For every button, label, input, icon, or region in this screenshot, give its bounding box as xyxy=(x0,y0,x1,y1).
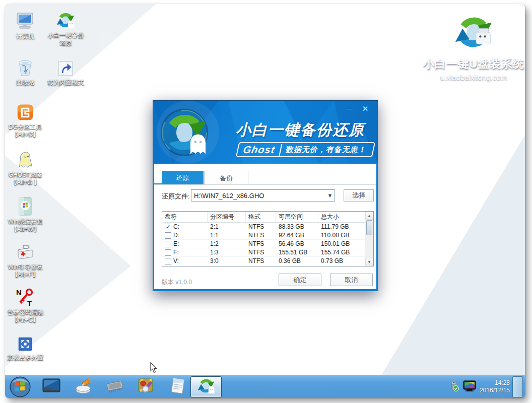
show-desktop-button[interactable] xyxy=(512,376,523,397)
cycle-arrows-icon xyxy=(45,9,86,30)
desktop-icon-label: GHOST克隆【Alt+G 】 xyxy=(5,171,45,186)
tab-restore[interactable]: 还原 xyxy=(162,171,204,184)
usb-device-icon[interactable] xyxy=(448,380,459,394)
clock-time: 14:28 xyxy=(480,379,510,387)
taskbar-backup-app-active[interactable] xyxy=(190,376,222,397)
scroll-up-icon[interactable]: ▲ xyxy=(365,212,373,220)
table-scrollbar[interactable]: ▲ ▼ xyxy=(365,212,373,266)
ghost-icon xyxy=(5,149,45,170)
desktop-icon-label: 加载更多外置 xyxy=(5,354,45,362)
taskbar-disk-cleanup[interactable] xyxy=(75,378,93,396)
dialog-body: 还原 备份 还原文件: H:\WIN7_612_x86.GHO ▼ 选择 盘符 … xyxy=(154,164,376,289)
free-space: 155.51 GB xyxy=(276,249,318,256)
nt-key-icon: NT xyxy=(5,286,45,307)
partition-table-header: 盘符 分区编号 格式 可用空间 总大小 xyxy=(162,212,373,223)
drive-checkbox[interactable] xyxy=(165,241,171,247)
table-row[interactable]: E:1:2NTFS56.46 GB150.01 GB xyxy=(162,240,373,248)
display-color-icon[interactable] xyxy=(463,380,476,394)
partition-number: 1:3 xyxy=(208,249,246,256)
table-row[interactable]: F:1:3NTFS155.51 GB155.74 GB xyxy=(162,248,373,257)
format: NTFS xyxy=(246,249,276,256)
column-header-total: 总大小 xyxy=(318,212,361,222)
table-row[interactable]: ✓C:2:1NTFS88.33 GB111.79 GB xyxy=(162,223,373,231)
desktop-icon-label: Win引导修复【Alt+F】 xyxy=(5,263,45,279)
expand-arrows-icon xyxy=(5,331,45,353)
tab-backup[interactable]: 备份 xyxy=(204,171,248,184)
taskbar-display-settings[interactable] xyxy=(42,378,60,396)
ghost-slogan: 数据无价，有备无患！ xyxy=(285,145,368,155)
format: NTFS xyxy=(246,257,276,264)
free-space: 88.33 GB xyxy=(276,223,318,230)
drive-checkbox[interactable]: ✓ xyxy=(165,224,171,230)
memory-chip-icon xyxy=(105,378,124,395)
desktop-icon-label: 转为内置模式 xyxy=(45,79,86,87)
notepad-icon xyxy=(169,377,186,397)
scrollbar-thumb[interactable] xyxy=(366,220,372,235)
drive-checkbox[interactable] xyxy=(165,258,171,264)
desktop-icon-win-boot-repair[interactable]: Win引导修复【Alt+F】 xyxy=(5,241,45,279)
disk-cleanup-icon xyxy=(75,377,93,397)
install-box-icon xyxy=(5,195,45,217)
desktop-icon-label: 登录密码清除【Alt+C】 xyxy=(5,309,45,324)
drive-checkbox[interactable] xyxy=(165,232,171,239)
table-row[interactable]: V:3:0NTFS0.36 GB0.73 GB xyxy=(162,257,373,265)
partition-number: 1:1 xyxy=(208,232,246,239)
backup-app-icon xyxy=(196,376,216,397)
ghost-logo-text: Ghost xyxy=(242,144,283,156)
desktop-icon-label: 回收站 xyxy=(5,79,45,87)
free-space: 92.64 GB xyxy=(276,232,318,239)
table-row[interactable]: D:1:1NTFS92.64 GB110.00 GB xyxy=(162,231,373,240)
taskbar-system-tools[interactable] xyxy=(137,378,155,396)
column-header-free: 可用空间 xyxy=(276,212,318,222)
ghost-brand-badge: Ghost 数据无价，有备无患！ xyxy=(236,142,375,157)
drive-letter: F: xyxy=(173,249,179,256)
desktop-icon-label: Win系统安装【Alt+W】 xyxy=(5,218,45,233)
desktop-icon-load-more[interactable]: 加载更多外置 xyxy=(5,331,45,362)
recycle-bin-icon xyxy=(5,56,45,78)
desktop-icon-win-install[interactable]: Win系统安装【Alt+W】 xyxy=(5,195,45,233)
shortcut-arrow-icon xyxy=(45,56,86,78)
desktop-icon-recycle-bin[interactable]: 回收站 xyxy=(5,56,45,87)
free-space: 0.36 GB xyxy=(276,257,318,264)
drive-letter: D: xyxy=(173,232,179,239)
desktop-icon-dg-partition[interactable]: DG分区工具【Alt+D】 xyxy=(5,101,45,139)
usb-cycle-logo-icon xyxy=(419,11,525,55)
partition-table-body: ✓C:2:1NTFS88.33 GB111.79 GBD:1:1NTFS92.6… xyxy=(162,223,373,265)
clock[interactable]: 14:28 2016/12/15 xyxy=(480,379,510,394)
total-size: 155.74 GB xyxy=(318,249,361,256)
partition-table: 盘符 分区编号 格式 可用空间 总大小 ✓C:2:1NTFS88.33 GB11… xyxy=(162,211,374,266)
dialog-title: 小白一键备份还原 xyxy=(236,120,365,141)
brand-title: 小白一键U盘装系统 xyxy=(419,56,525,72)
chevron-down-icon[interactable]: ▼ xyxy=(325,192,335,198)
restore-file-combobox[interactable]: H:\WIN7_612_x86.GHO ▼ xyxy=(191,189,335,202)
dialog-header: 小白一键备份还原 Ghost 数据无价，有备无患！ ─ ✕ xyxy=(153,101,378,164)
version-label: 版本 v1.0.0 xyxy=(162,278,192,287)
taskbar-notepad[interactable] xyxy=(169,378,187,396)
desktop-icon-password-clear[interactable]: NT 登录密码清除【Alt+C】 xyxy=(5,286,45,324)
drive-letter: V: xyxy=(173,257,179,264)
start-button[interactable] xyxy=(9,376,31,398)
display-settings-icon xyxy=(42,378,60,395)
desktop-icon-ghost-clone[interactable]: GHOST克隆【Alt+G 】 xyxy=(5,149,45,186)
cancel-button[interactable]: 取消 xyxy=(330,274,373,286)
ok-button[interactable]: 确定 xyxy=(279,274,321,286)
desktop-icon-label: 计算机 xyxy=(5,33,45,40)
drive-checkbox[interactable] xyxy=(165,249,171,256)
desktop-icon-internal-mode[interactable]: 转为内置模式 xyxy=(45,56,86,87)
close-button[interactable]: ✕ xyxy=(360,104,371,114)
total-size: 110.00 GB xyxy=(318,232,361,239)
svg-text:N: N xyxy=(16,288,22,297)
column-header-partition: 分区编号 xyxy=(208,212,246,222)
brand-logo: 小白一键U盘装系统 u.xiaobaixitong.com xyxy=(419,11,525,82)
desktop-icon-backup-restore[interactable]: 小白一键备份还原 xyxy=(45,9,86,47)
desktop-icon-computer[interactable]: 计算机 xyxy=(5,10,45,40)
desktop: 计算机 小白一键备份还原 回收站 转为内置模式 DG分区工具【Alt+D】 GH… xyxy=(5,4,525,398)
partition-number: 3:0 xyxy=(208,257,246,264)
taskbar-memory-tool[interactable] xyxy=(106,378,124,396)
minimize-button[interactable]: ─ xyxy=(344,104,355,114)
free-space: 56.46 GB xyxy=(276,240,318,247)
tab-strip-divider xyxy=(154,184,376,185)
select-button[interactable]: 选择 xyxy=(344,189,374,202)
brand-url: u.xiaobaixitong.com xyxy=(419,73,525,82)
scroll-down-icon[interactable]: ▼ xyxy=(365,258,373,266)
